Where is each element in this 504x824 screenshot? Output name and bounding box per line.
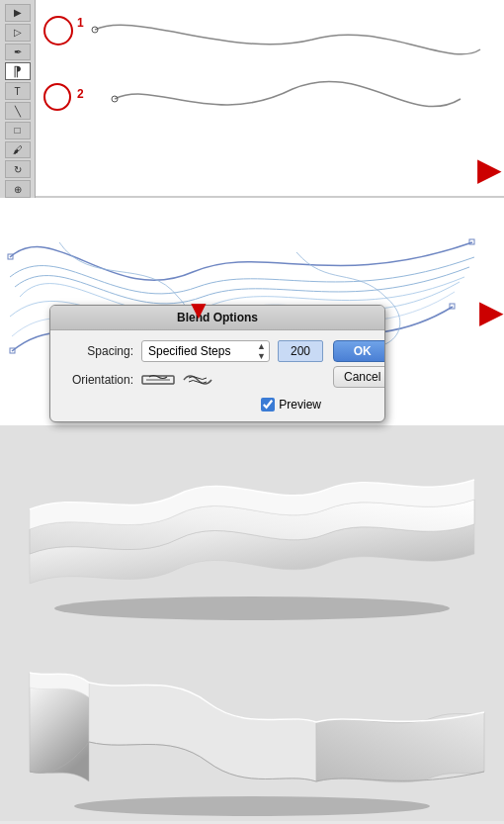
bottom-top-canvas (0, 425, 504, 623)
preview-checkbox[interactable] (261, 398, 275, 412)
spacing-select-wrapper[interactable]: Specified Steps Specified Distance Smoot… (141, 340, 270, 362)
tool-line[interactable]: ╲ (5, 102, 31, 120)
orientation-icons (141, 370, 214, 390)
tool-rotate[interactable]: ↻ (5, 160, 31, 178)
tool-pen[interactable]: ✒ (5, 44, 31, 61)
arrow-right-middle: ▶ (479, 293, 504, 330)
tool-brush[interactable]: 🖌 (5, 141, 31, 159)
toolbar: ▶ ▷ ✒ ⁋ T ╲ □ 🖌 ↻ ⊕ (0, 0, 36, 198)
orientation-label: Orientation: (64, 373, 133, 387)
orient-path-icon[interactable] (181, 370, 214, 390)
ribbon-top-svg (0, 425, 504, 623)
cancel-button[interactable]: Cancel (333, 366, 385, 388)
svg-point-9 (74, 796, 430, 816)
svg-point-8 (54, 596, 450, 620)
ribbon-bottom-svg (0, 623, 504, 821)
spacing-label: Spacing: (64, 344, 133, 358)
spacing-select[interactable]: Specified Steps Specified Distance Smoot… (141, 340, 270, 362)
tool-type[interactable]: T (5, 82, 31, 100)
blend-options-dialog: Blend Options Spacing: Specified Steps S… (49, 305, 385, 422)
bottom-bottom-canvas (0, 623, 504, 821)
tool-blend[interactable]: ⁋ (5, 62, 31, 80)
tool-zoom[interactable]: ⊕ (5, 180, 31, 198)
top-path-svg (36, 0, 504, 198)
orient-page-icon[interactable] (141, 370, 175, 390)
tool-rect[interactable]: □ (5, 122, 31, 139)
arrow-down-dialog: ▼ (186, 297, 211, 322)
top-canvas-section: ▶ ▷ ✒ ⁋ T ╲ □ 🖌 ↻ ⊕ 1 2 ▶ (0, 0, 504, 198)
middle-canvas-section: ▼ Blend Options Spacing: Specified Steps… (0, 198, 504, 425)
dialog-title: Blend Options (50, 306, 384, 330)
steps-input[interactable] (278, 340, 323, 362)
ok-button[interactable]: OK (333, 340, 385, 362)
tool-direct[interactable]: ▷ (5, 24, 31, 42)
arrow-right-top: ▶ (477, 150, 502, 188)
tool-select[interactable]: ▶ (5, 4, 31, 22)
dialog-buttons: OK Cancel (333, 340, 385, 412)
preview-label: Preview (279, 398, 321, 412)
